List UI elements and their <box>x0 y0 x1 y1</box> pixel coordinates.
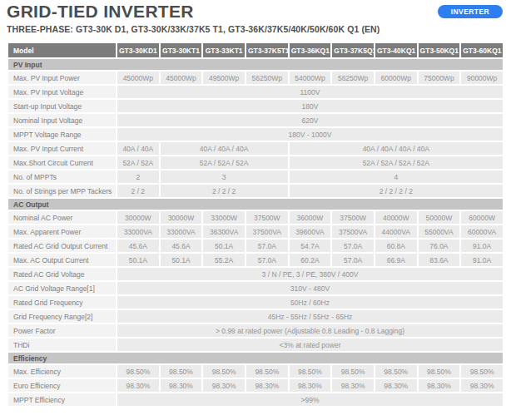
spec-value: 98.50% <box>419 365 460 378</box>
column-header-gt3-30kt1: GT3-30KT1 <box>161 43 202 57</box>
spec-value: 52A / 52A / 52A <box>161 156 288 169</box>
spec-value: 60000VA <box>461 225 503 238</box>
spec-value: 2 / 2 <box>117 185 159 197</box>
spec-value: 98.30% <box>246 379 288 392</box>
spec-value: 98.30% <box>203 379 245 392</box>
spec-value: 91.0A <box>461 240 503 252</box>
spec-value: 60.2A <box>290 254 331 266</box>
spec-row: Rated AC Grid Voltage3 / N / PE, 3 / PE,… <box>8 268 503 280</box>
spec-row: Max. Apparent Power33000VA33000VA36300VA… <box>8 225 503 238</box>
spec-value: 98.50% <box>332 365 374 378</box>
spec-value: 44000VA <box>375 225 417 238</box>
spec-value: 37500VA <box>246 225 288 238</box>
spec-label: Power Factor <box>8 324 116 337</box>
datasheet-page: GRID-TIED INVERTER INVERTER THREE-PHASE:… <box>0 0 511 408</box>
spec-value: 45.6A <box>161 240 202 252</box>
spec-label: Euro Efficiency <box>8 379 116 392</box>
spec-label: Max.Short Circuit Current <box>8 156 116 169</box>
section-row: PV Input <box>8 59 503 70</box>
spec-value: 37500W <box>246 211 288 224</box>
spec-row: Max. PV Input Voltage1100V <box>8 86 503 98</box>
spec-value: 76.0A <box>419 240 460 252</box>
spec-label: MPPT Voltage Range <box>8 128 116 141</box>
spec-value: 3 / N / PE, 3 / PE, 380V / 400V <box>117 268 503 280</box>
spec-value: 98.30% <box>419 379 460 392</box>
section-row: Efficiency <box>8 353 503 363</box>
spec-row: MPPT Voltage Range180V - 1000V <box>8 128 503 141</box>
spec-label: Max. PV Input Current <box>8 142 116 155</box>
model-header-row: ModelGT3-30KD1GT3-30KT1GT3-33KT1GT3-37K5… <box>8 43 503 57</box>
spec-row: THDi<3% at rated power <box>8 338 503 351</box>
spec-value: <3% at rated power <box>117 338 503 351</box>
column-header-gt3-60kq1: GT3-60KQ1 <box>461 43 503 57</box>
spec-value: 30000W <box>161 211 202 224</box>
spec-row: Rated AC Grid Output Current45.6A45.6A50… <box>8 240 503 252</box>
spec-value: 620V <box>117 114 503 126</box>
spec-value: 37500VA <box>332 225 374 238</box>
spec-value: 98.30% <box>117 379 159 392</box>
spec-value: 57.0A <box>246 254 288 266</box>
spec-label: Rated AC Grid Output Current <box>8 240 116 252</box>
spec-label: No. of Strings per MPP Tackers <box>8 185 116 197</box>
spec-value: 49500Wp <box>203 72 245 84</box>
spec-value: 36000W <box>290 211 331 224</box>
spec-value: 55.2A <box>203 254 245 266</box>
spec-value: 33000W <box>203 211 245 224</box>
spec-value: 1100V <box>117 86 503 98</box>
spec-row: Max. Efficiency98.50%98.50%98.50%98.50%9… <box>8 365 503 378</box>
spec-value: 57.0A <box>246 240 288 252</box>
spec-row: Nominal Input Voltage620V <box>8 114 503 126</box>
spec-value: 52A / 52A <box>117 156 159 169</box>
spec-value: 57.0A <box>332 254 374 266</box>
spec-value: 98.30% <box>290 379 331 392</box>
section-header: AC Output <box>8 199 503 210</box>
spec-label: Max. AC Output Current <box>8 254 116 266</box>
column-header-gt3-36kq1: GT3-36KQ1 <box>290 43 331 57</box>
spec-row: Nominal AC Power30000W30000W33000W37500W… <box>8 211 503 224</box>
spec-label: Grid Frequency Range[2] <box>8 310 116 323</box>
column-header-gt3-37k5t1: GT3-37K5T1 <box>246 43 288 57</box>
spec-value: 98.50% <box>203 365 245 378</box>
spec-value: 45000Wp <box>117 72 159 84</box>
spec-value: 98.30% <box>161 379 202 392</box>
spec-table-body: PV InputMax. PV Input Power45000Wp45000W… <box>8 59 503 406</box>
spec-value: 98.50% <box>375 365 417 378</box>
spec-value: 40A / 40A / 40A <box>161 142 288 155</box>
header: GRID-TIED INVERTER INVERTER <box>7 2 504 21</box>
spec-label: Max. Apparent Power <box>8 225 116 238</box>
spec-row: Power Factor> 0.99 at rated power (Adjus… <box>8 324 503 337</box>
spec-value: 83.6A <box>419 254 460 266</box>
spec-value: 66.9A <box>375 254 417 266</box>
spec-label: Nominal AC Power <box>8 211 116 224</box>
spec-value: 50.1A <box>203 240 245 252</box>
spec-value: 98.50% <box>246 365 288 378</box>
spec-value: 40000W <box>375 211 417 224</box>
section-header: PV Input <box>8 59 503 70</box>
spec-value: 33000VA <box>161 225 202 238</box>
spec-value: 30000W <box>117 211 159 224</box>
spec-value: 33000VA <box>117 225 159 238</box>
spec-row: MPPT Efficiency>99% <box>8 393 503 406</box>
spec-row: No. of MPPTs234 <box>8 170 503 183</box>
spec-value: 60000W <box>461 211 503 224</box>
spec-value: 75000Wp <box>419 72 460 84</box>
section-header: Efficiency <box>8 353 503 363</box>
spec-value: 57.0A <box>332 240 374 252</box>
spec-value: 56250Wp <box>332 72 374 84</box>
spec-value: 98.50% <box>461 365 503 378</box>
spec-row: Max. PV Input Current40A / 40A40A / 40A … <box>8 142 503 155</box>
spec-table: ModelGT3-30KD1GT3-30KT1GT3-33KT1GT3-37K5… <box>7 42 504 408</box>
spec-label: Max. Efficiency <box>8 365 116 378</box>
spec-value: 52A / 52A / 52A / 52A <box>290 156 503 169</box>
spec-value: 91.0A <box>461 254 503 266</box>
spec-table-head: ModelGT3-30KD1GT3-30KT1GT3-33KT1GT3-37K5… <box>8 43 503 57</box>
spec-value: 180V <box>117 100 503 112</box>
column-header-gt3-37k5q1: GT3-37K5Q1 <box>332 43 374 57</box>
spec-value: 50.1A <box>117 254 159 266</box>
spec-label: AC Grid Voltage Range[1] <box>8 282 116 294</box>
spec-value: 90000Wp <box>461 72 503 84</box>
spec-row: No. of Strings per MPP Tackers2 / 22 / 2… <box>8 185 503 197</box>
spec-value: 98.30% <box>375 379 417 392</box>
spec-row: Grid Frequency Range[2]45Hz - 55Hz / 55H… <box>8 310 503 323</box>
spec-value: 2 / 2 / 2 / 2 <box>290 185 503 197</box>
